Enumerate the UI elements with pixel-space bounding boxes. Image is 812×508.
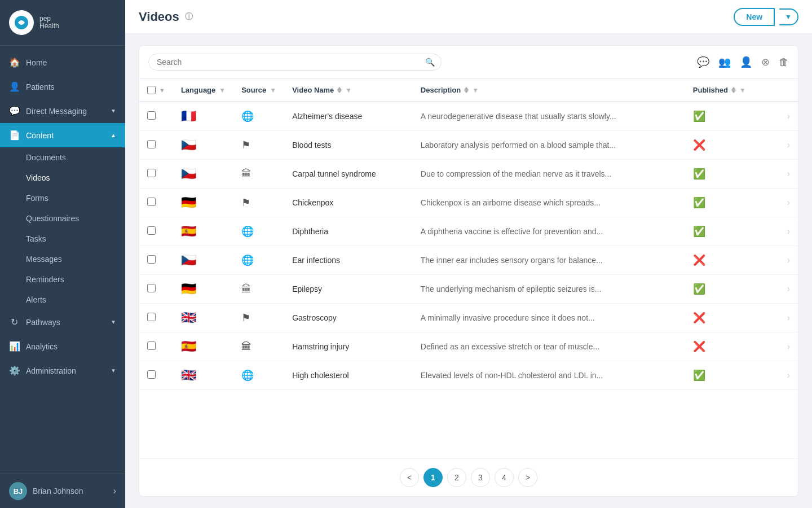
sidebar-item-administration[interactable]: ⚙️ Administration ▼ (0, 358, 125, 383)
sidebar: pep Health 🏠 Home 👤 Patients 💬 Direct Me… (0, 0, 125, 508)
sidebar-item-forms[interactable]: Forms (0, 188, 125, 208)
source-type-icon: 🌐 (241, 370, 254, 381)
row-checkbox[interactable] (147, 198, 156, 206)
row-description: A minimally invasive procedure since it … (413, 304, 685, 332)
source-filter-icon[interactable]: ▼ (270, 86, 276, 94)
row-detail-chevron[interactable]: › (774, 275, 798, 304)
user-profile[interactable]: BJ Brian Johnson (9, 482, 83, 500)
content-chevron: ▲ (111, 132, 116, 138)
source-type-icon: ⚑ (241, 197, 250, 208)
sidebar-item-reminders[interactable]: Reminders (0, 269, 125, 290)
pathways-icon: ↻ (9, 317, 19, 327)
sidebar-item-videos[interactable]: Videos (0, 168, 125, 188)
row-checkbox[interactable] (147, 255, 156, 264)
th-select-all: ▼ (139, 79, 173, 102)
row-video-name: Hamstring injury (284, 332, 413, 361)
pagination-page-4[interactable]: 4 (495, 468, 514, 487)
new-button-dropdown[interactable]: ▼ (779, 8, 798, 25)
row-checkbox[interactable] (147, 226, 156, 235)
sidebar-item-tasks[interactable]: Tasks (0, 229, 125, 249)
sidebar-item-pathways[interactable]: ↻ Pathways ▼ (0, 310, 125, 334)
pagination-page-2[interactable]: 2 (447, 468, 466, 487)
row-detail-chevron[interactable]: › (774, 217, 798, 246)
pagination-prev[interactable]: < (400, 468, 419, 487)
toolbar-user-icon[interactable]: 👤 (740, 56, 752, 68)
sidebar-item-content[interactable]: 📄 Content ▲ (0, 123, 125, 147)
video-name-filter-icon[interactable]: ▼ (345, 86, 352, 94)
row-published-status: ✅ (685, 160, 774, 189)
row-checkbox[interactable] (147, 341, 156, 350)
language-flag: 🇬🇧 (181, 368, 196, 382)
row-description: The underlying mechanism of epileptic se… (413, 275, 685, 304)
row-video-name: Carpal tunnel syndrome (284, 160, 413, 189)
sidebar-item-analytics[interactable]: 📊 Analytics (0, 334, 125, 358)
row-detail-chevron[interactable]: › (774, 131, 798, 160)
row-detail-chevron[interactable]: › (774, 102, 798, 131)
toolbar-delete-icon[interactable]: 🗑 (779, 56, 789, 68)
language-filter-icon[interactable]: ▼ (219, 86, 226, 94)
row-checkbox[interactable] (147, 284, 156, 292)
sidebar-collapse-button[interactable]: › (113, 486, 116, 496)
published-sort-icon[interactable] (731, 87, 736, 93)
row-source: ⚑ (233, 304, 284, 332)
search-input[interactable] (148, 54, 442, 71)
page-header: Videos ⓘ New ▼ (125, 0, 812, 34)
info-icon[interactable]: ⓘ (185, 12, 193, 22)
sidebar-item-direct-messaging[interactable]: 💬 Direct Messaging ▼ (0, 99, 125, 123)
row-checkbox-cell (139, 332, 173, 361)
row-checkbox-cell (139, 217, 173, 246)
th-video-name: Video Name ▼ (284, 79, 413, 102)
row-detail-chevron[interactable]: › (774, 361, 798, 390)
row-checkbox[interactable] (147, 140, 156, 148)
sidebar-item-questionnaires[interactable]: Questionnaires (0, 208, 125, 229)
row-detail-chevron[interactable]: › (774, 246, 798, 275)
pagination-next[interactable]: > (518, 468, 537, 487)
header-actions: New ▼ (734, 8, 798, 26)
toolbar-comment-icon[interactable]: 💬 (697, 56, 709, 68)
row-checkbox[interactable] (147, 313, 156, 321)
row-source: 🌐 (233, 361, 284, 390)
video-name-sort-icon[interactable] (337, 87, 342, 93)
pathways-chevron: ▼ (111, 319, 116, 325)
row-source: 🏛 (233, 160, 284, 189)
row-checkbox[interactable] (147, 111, 156, 120)
row-source: ⚑ (233, 189, 284, 217)
messaging-chevron: ▼ (111, 108, 116, 114)
sidebar-item-documents[interactable]: Documents (0, 147, 125, 168)
sidebar-item-messages[interactable]: Messages (0, 249, 125, 269)
row-video-name: Ear infections (284, 246, 413, 275)
row-detail-chevron[interactable]: › (774, 189, 798, 217)
toolbar-cancel-icon[interactable]: ⊗ (761, 56, 770, 68)
row-detail-chevron[interactable]: › (774, 332, 798, 361)
main-content: Videos ⓘ New ▼ 🔍 💬 👥 👤 ⊗ 🗑 (125, 0, 812, 508)
row-language: 🇫🇷 (173, 102, 233, 131)
description-sort-icon[interactable] (464, 87, 469, 93)
new-button[interactable]: New (734, 8, 775, 26)
messaging-icon: 💬 (9, 106, 19, 116)
logo: pep Health (0, 0, 125, 46)
sidebar-item-alerts[interactable]: Alerts (0, 290, 125, 310)
pagination-page-3[interactable]: 3 (471, 468, 490, 487)
pagination-page-1[interactable]: 1 (423, 468, 443, 487)
row-checkbox[interactable] (147, 370, 156, 379)
language-flag: 🇪🇸 (181, 339, 196, 353)
row-video-name: Blood tests (284, 131, 413, 160)
row-detail-chevron[interactable]: › (774, 304, 798, 332)
row-language: 🇩🇪 (173, 275, 233, 304)
select-all-chevron[interactable]: ▼ (159, 87, 165, 94)
row-published-status: ✅ (685, 361, 774, 390)
content-icon: 📄 (9, 130, 19, 141)
select-all-checkbox[interactable] (147, 86, 156, 94)
language-flag: 🇨🇿 (181, 253, 196, 267)
row-detail-chevron[interactable]: › (774, 160, 798, 189)
description-filter-icon[interactable]: ▼ (472, 86, 479, 94)
sidebar-item-home[interactable]: 🏠 Home (0, 50, 125, 75)
sidebar-item-patients[interactable]: 👤 Patients (0, 75, 125, 99)
row-description: A neurodegenerative disease that usually… (413, 102, 685, 131)
row-language: 🇪🇸 (173, 332, 233, 361)
toolbar-users-icon[interactable]: 👥 (718, 56, 731, 68)
published-filter-icon[interactable]: ▼ (739, 86, 746, 94)
row-video-name: Diphtheria (284, 217, 413, 246)
row-checkbox[interactable] (147, 169, 156, 177)
row-published-status: ✅ (685, 217, 774, 246)
